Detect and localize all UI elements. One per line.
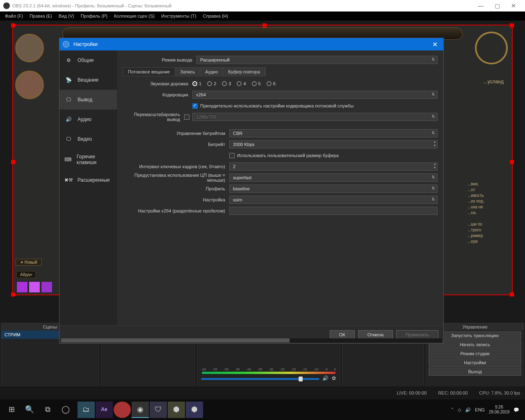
search-icon[interactable]: 🔍	[21, 402, 38, 418]
sidebar-label: Расширенные	[78, 177, 110, 183]
bitrate-input[interactable]: 2000 Kbps	[229, 140, 438, 148]
studio-mode-button[interactable]: Режим студии	[429, 349, 521, 358]
keyframe-label: Интервал ключевых кадров (сек, 0=авто)	[123, 164, 229, 169]
cancel-button[interactable]: Отмена	[358, 330, 393, 339]
x264opts-input[interactable]	[229, 207, 438, 215]
tray-chevron-icon[interactable]: ˄	[451, 407, 454, 413]
sidebar-item-stream[interactable]: 📡 Вещание	[59, 70, 117, 90]
taskbar-app-ae[interactable]: Ae	[96, 402, 113, 418]
rate-control-select[interactable]: CBR	[229, 129, 438, 137]
mixer-meter	[201, 371, 336, 374]
resize-handle[interactable]	[11, 23, 15, 27]
menu-profile[interactable]: Профиль (P)	[78, 14, 111, 18]
exit-button[interactable]: Выход	[429, 368, 521, 376]
menu-tools[interactable]: Инструменты (T)	[158, 14, 200, 18]
resize-handle[interactable]	[11, 160, 15, 164]
resize-handle[interactable]	[510, 292, 514, 297]
wifi-icon[interactable]: ◇	[458, 407, 461, 413]
resize-handle[interactable]	[510, 160, 514, 164]
settings-button[interactable]: Настройки	[429, 358, 521, 367]
menu-scenes[interactable]: Коллекция сцен (S)	[111, 14, 158, 18]
tune-select[interactable]: ssim	[229, 196, 438, 204]
resize-handle[interactable]	[510, 23, 514, 27]
volume-icon[interactable]: 🔊	[465, 407, 471, 413]
track-radio-1[interactable]: 1	[192, 81, 201, 86]
taskbar-app-6[interactable]: ⬢	[168, 402, 185, 418]
lang-indicator[interactable]: ENG	[475, 407, 485, 412]
track-radio-3[interactable]: 3	[222, 81, 231, 86]
tab-recording[interactable]: Запись	[175, 68, 200, 76]
mixer-tick: -35	[258, 368, 262, 371]
encoder-select[interactable]: x264	[192, 91, 438, 99]
mixer-tick: -20	[291, 368, 296, 371]
sidebar-item-audio[interactable]: 🔊 Аудио	[59, 110, 117, 129]
taskbar-app-1[interactable]: 🗂	[78, 402, 95, 418]
cpu-preset-select[interactable]: superfast	[229, 173, 438, 182]
window-title: OBS 23.2.1 (64-bit, windows) - Профиль: …	[12, 3, 171, 8]
tab-replay[interactable]: Буфер повтора	[223, 68, 265, 76]
mixer-volume-slider[interactable]	[201, 378, 319, 380]
mixer-tick: -30	[269, 368, 274, 371]
output-mode-label: Режим вывода	[123, 57, 196, 62]
dialog-close-button[interactable]: ✕	[430, 41, 440, 48]
notifications-icon[interactable]: 💬	[514, 407, 519, 413]
system-tray: ˄ ◇ 🔊 ENG 5:26 29.06.2019 💬	[448, 405, 523, 415]
clock[interactable]: 5:26 29.06.2019	[489, 405, 509, 415]
cortana-icon[interactable]: ◯	[57, 402, 74, 418]
settings-content: Режим вывода Расширенный Потоковое вещан…	[117, 50, 443, 325]
mute-icon[interactable]: 🔊	[322, 375, 329, 381]
x264opts-label: Настройки x264 (разделённые пробелом)	[123, 208, 229, 213]
tab-streaming[interactable]: Потоковое вещание	[123, 68, 175, 76]
mixer-tick: -10	[313, 368, 318, 371]
minimize-button[interactable]: —	[472, 2, 489, 9]
custom-buffer-checkbox[interactable]	[229, 153, 235, 158]
menu-file[interactable]: Файл (F)	[2, 14, 26, 18]
resize-handle[interactable]	[11, 292, 15, 297]
apply-button[interactable]: Применить	[396, 330, 438, 339]
taskbar-app-obs[interactable]: ◉	[132, 402, 149, 418]
profile-select[interactable]: baseline	[229, 185, 438, 193]
dialog-titlebar[interactable]: Настройки ✕	[59, 38, 443, 50]
menu-view[interactable]: Вид (V)	[55, 14, 78, 18]
game-charname: Айдан	[16, 271, 36, 278]
sidebar-item-advanced[interactable]: ✖⚒ Расширенные	[59, 170, 117, 190]
menu-help[interactable]: Справка (H)	[200, 14, 231, 18]
status-cpu: CPU: 7.8%, 30.0 fps	[479, 390, 520, 395]
track-radio-4[interactable]: 4	[237, 81, 246, 86]
antenna-icon: 📡	[64, 75, 73, 85]
menu-edit[interactable]: Правка (E)	[26, 14, 55, 18]
enforce-label: Принудительно использовать настройки код…	[200, 103, 354, 108]
sidebar-item-video[interactable]: 🖵 Видео	[59, 129, 117, 149]
taskbar-app-browser[interactable]	[114, 402, 131, 418]
tools-icon: ✖⚒	[64, 175, 73, 185]
mixer-tick: -25	[280, 368, 285, 371]
sidebar-item-hotkeys[interactable]: ⌨ Горячие клавиши	[59, 149, 117, 170]
rescale-select[interactable]: 1280x720	[192, 113, 438, 121]
track-radio-5[interactable]: 5	[252, 81, 261, 86]
output-tabs: Потоковое вещание Запись Аудио Буфер пов…	[123, 67, 266, 76]
taskview-icon[interactable]: ⧉	[39, 402, 56, 418]
rescale-checkbox[interactable]	[184, 114, 189, 120]
mixer-tick: -45	[235, 368, 240, 371]
ok-button[interactable]: ОК	[330, 330, 355, 339]
obs-logo-icon	[63, 41, 69, 48]
track-radio-2[interactable]: 2	[207, 81, 216, 86]
sidebar-item-general[interactable]: ⚙ Общие	[59, 50, 117, 70]
enforce-checkbox[interactable]	[192, 103, 198, 109]
mixer-gear-icon[interactable]: ✿	[332, 375, 336, 381]
mixer-tick: -55	[212, 368, 217, 371]
resize-handle[interactable]	[262, 23, 267, 27]
track-radio-6[interactable]: 6	[267, 81, 276, 86]
taskbar-app-5[interactable]: 🛡	[150, 402, 167, 418]
taskbar-app-7[interactable]: ⬢	[186, 402, 203, 418]
close-window-button[interactable]: ✕	[505, 2, 522, 9]
status-rec: REC: 00:00:00	[438, 390, 468, 395]
start-button[interactable]: ⊞	[3, 402, 20, 418]
mixer-tick: -50	[224, 368, 229, 371]
keyframe-input[interactable]: 2	[229, 162, 438, 171]
output-mode-select[interactable]: Расширенный	[196, 56, 438, 64]
speaker-icon: 🔊	[64, 114, 73, 124]
tab-audio[interactable]: Аудио	[200, 68, 223, 76]
maximize-button[interactable]: ▢	[489, 2, 505, 9]
sidebar-item-output[interactable]: 🖵 Вывод	[59, 90, 117, 110]
